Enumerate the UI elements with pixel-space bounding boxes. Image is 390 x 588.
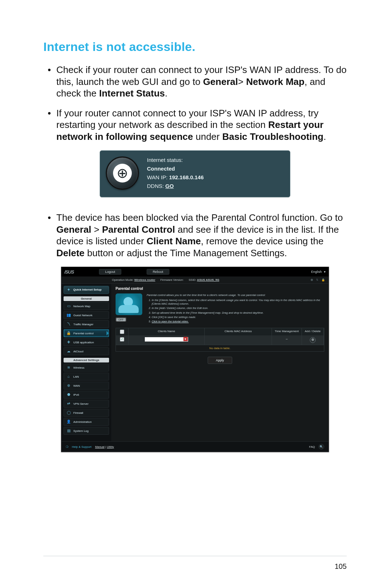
col-clients-name: Clients Name	[129, 328, 205, 335]
magic-wand-icon: ✦	[66, 288, 71, 292]
sidebar-item-guest-network[interactable]: 👥Guest Network	[64, 311, 109, 319]
section-advanced: Advanced Settings	[64, 358, 109, 362]
wifi-icon: ≋	[66, 365, 71, 370]
chevron-down-icon: ▾	[324, 270, 326, 274]
usb-icon: ✚	[66, 340, 71, 344]
bullet-list: Check if your router can connect to your…	[43, 64, 347, 142]
sidebar-item-aicloud[interactable]: ☁AiCloud	[64, 347, 109, 355]
intro-text: Parental control allows you to set the t…	[147, 293, 324, 324]
ipv6-icon: ⬣	[66, 392, 71, 397]
bullet-list-2: The device has been blocked via the Pare…	[43, 212, 347, 259]
panel-title: Parental control	[116, 287, 324, 291]
lan-icon: ⌂	[66, 374, 71, 379]
col-time-management: Time Management	[272, 328, 302, 335]
select-all-checkbox[interactable]	[120, 330, 124, 334]
reboot-button[interactable]: Reboot	[147, 269, 169, 275]
sidebar-item-wan[interactable]: ⊕WAN	[64, 382, 109, 390]
help-icon: ❍	[66, 445, 68, 448]
sidebar-item-usb-application[interactable]: ✚USB application	[64, 338, 109, 346]
asus-logo: /SUS	[64, 269, 74, 275]
router-topbar: /SUS Logout Reboot English▾	[61, 267, 329, 276]
time-cell: –	[272, 335, 302, 345]
sidebar-item-traffic-manager[interactable]: 〽Traffic Manager	[64, 320, 109, 328]
wifi-icon: ⇅	[316, 278, 318, 282]
search-icon[interactable]: 🔍	[318, 444, 324, 450]
manual-link[interactable]: Manual	[95, 445, 104, 448]
faq-link[interactable]: FAQ	[309, 445, 315, 448]
sidebar-item-ipv6[interactable]: ⬣IPv6	[64, 391, 109, 399]
internet-status-card: ⊕ Internet status: Connected WAN IP: 192…	[100, 150, 290, 197]
sidebar-item-lan[interactable]: ⌂LAN	[64, 373, 109, 381]
status-icon: ⬣	[311, 278, 313, 282]
status-strip: Operation Mode: Wireless router Firmware…	[61, 276, 329, 284]
tutorial-video-link[interactable]: Click to open the tutorial video.	[152, 320, 189, 323]
apply-button[interactable]: Apply	[208, 357, 233, 364]
status-text: Internet status: Connected WAN IP: 192.1…	[147, 156, 204, 190]
footer-rule	[43, 556, 347, 556]
router-content: Parental control OFF Parental control al…	[111, 284, 329, 441]
quick-internet-setup[interactable]: ✦Quick Internet Setup	[64, 286, 109, 294]
user-icon: 👤	[66, 420, 71, 424]
people-icon: 👥	[66, 313, 71, 317]
logout-button[interactable]: Logout	[99, 269, 121, 275]
globe-icon: ⊕	[66, 383, 71, 388]
globe-icon: ⊕	[106, 156, 139, 190]
col-clients-mac: Clients MAC Address	[205, 328, 272, 335]
clients-table: Clients Name Clients MAC Address Time Ma…	[116, 328, 324, 352]
col-add-delete: Add / Delete	[302, 328, 324, 335]
language-select[interactable]: English▾	[311, 270, 326, 274]
row-checkbox[interactable]	[120, 337, 124, 342]
vpn-icon: ⇄	[66, 402, 71, 406]
sidebar-item-wireless[interactable]: ≋Wireless	[64, 364, 109, 372]
cloud-icon: ☁	[66, 349, 71, 353]
sidebar-item-system-log[interactable]: ▤System Log	[64, 427, 109, 435]
bullet-2: If your router cannot connect to your IS…	[43, 107, 347, 143]
section-general: General	[64, 296, 109, 301]
page-number: 105	[335, 562, 347, 571]
ddns-go-link[interactable]: GO	[165, 183, 174, 189]
family-icon	[116, 293, 142, 315]
client-mac-cell[interactable]	[205, 335, 272, 345]
operation-mode-link[interactable]: Wireless router	[134, 278, 155, 282]
client-name-dropdown[interactable]	[145, 337, 188, 342]
no-data-row: No data in table.	[116, 345, 324, 351]
log-icon: ▤	[66, 429, 71, 433]
sidebar-item-parental-control[interactable]: 🔒Parental control	[64, 329, 109, 337]
add-button[interactable]: ⊕	[310, 337, 316, 343]
chart-icon: 〽	[66, 322, 71, 326]
bullet-3: The device has been blocked via the Pare…	[43, 212, 347, 259]
help-support-label: Help & Support	[72, 445, 91, 448]
parental-toggle[interactable]: OFF	[116, 317, 126, 322]
router-gui-screenshot: /SUS Logout Reboot English▾ Operation Mo…	[61, 267, 329, 452]
shield-icon: ◯	[66, 411, 71, 415]
sidebar-item-vpn-server[interactable]: ⇄VPN Server	[64, 400, 109, 408]
lock-icon: 🔒	[66, 331, 71, 335]
utility-link[interactable]: Utility	[107, 445, 114, 448]
lock-icon: 🔒	[321, 278, 325, 282]
router-footer: ❍ Help & Support Manual | Utility FAQ 🔍	[61, 441, 329, 452]
router-sidebar: ✦Quick Internet Setup General ▭Network M…	[61, 284, 111, 441]
table-row: – ⊕	[116, 335, 324, 345]
section-heading: Internet is not accessible.	[43, 40, 347, 54]
sidebar-item-administration[interactable]: 👤Administration	[64, 418, 109, 426]
sidebar-item-firewall[interactable]: ◯Firewall	[64, 409, 109, 417]
router-icon: ▭	[66, 304, 71, 308]
sidebar-item-network-map[interactable]: ▭Network Map	[64, 302, 109, 310]
bullet-1: Check if your router can connect to your…	[43, 64, 347, 99]
